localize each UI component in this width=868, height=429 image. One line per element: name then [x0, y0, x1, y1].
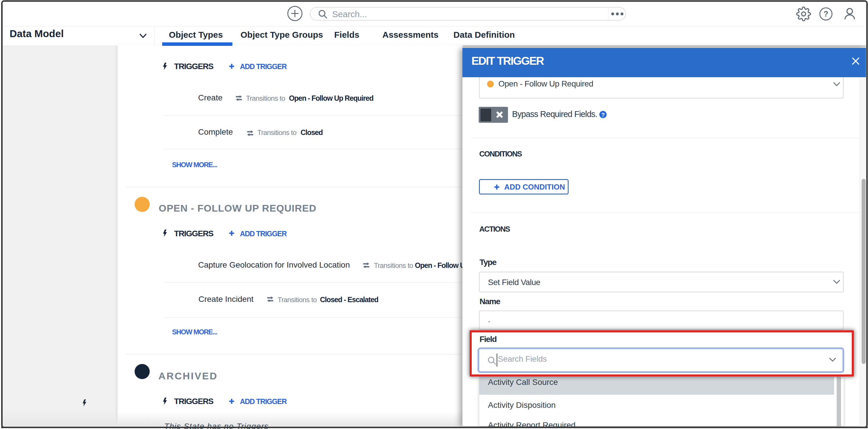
svg-text:?: ?: [824, 9, 829, 18]
